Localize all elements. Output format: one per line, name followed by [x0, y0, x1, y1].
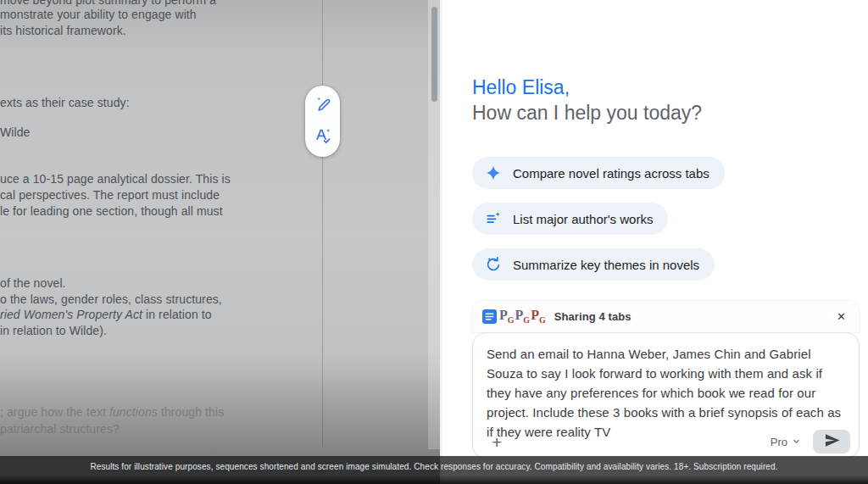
gutenberg-tab-favicon: PG	[499, 309, 515, 325]
chevron-down-icon	[792, 436, 801, 448]
document-line: uce a 10-15 page analytical dossier. Thi…	[0, 171, 231, 187]
document-line: o the laws, gender roles, class structur…	[0, 292, 222, 308]
model-selector[interactable]: Pro	[771, 436, 801, 448]
chip-label: Summarize key themes in novels	[513, 258, 699, 272]
prompt-text: Send an email to Hanna Weber, James Chin…	[487, 344, 845, 442]
disclaimer-bar: Results for illustrative purposes, seque…	[0, 456, 868, 484]
sharing-label: Sharing 4 tabs	[554, 310, 632, 323]
google-docs-favicon	[482, 309, 497, 324]
pencil-sparkle-icon	[314, 96, 331, 115]
list-sparkle-icon	[485, 210, 502, 227]
suggestion-chip[interactable]: List major author's works	[472, 203, 668, 235]
suggestion-chip[interactable]: Summarize key themes in novels	[472, 248, 715, 281]
document-line: exts as their case study:	[0, 95, 130, 111]
composer-right-tools: Pro	[771, 430, 850, 453]
model-label: Pro	[771, 436, 787, 448]
chip-label: Compare novel ratings across tabs	[513, 166, 709, 181]
document-line: Wilde	[0, 125, 31, 141]
sharing-tabs-bar[interactable]: PGPGPG Sharing 4 tabs ✕	[472, 301, 860, 332]
sparkle-icon	[485, 164, 502, 181]
gutenberg-tab-favicon: PG	[531, 309, 546, 325]
document-line: monstrate your ability to engage with	[0, 7, 197, 23]
document-canvas: move beyond plot summary to perform amon…	[0, 0, 440, 484]
add-attachment-button[interactable]: +	[485, 431, 509, 453]
proofread-a-check-icon	[314, 126, 332, 147]
composer-toolbar: + Pro	[485, 430, 850, 453]
page-divider	[322, 0, 323, 447]
close-icon[interactable]: ✕	[833, 309, 849, 325]
composer: PGPGPG Sharing 4 tabs ✕ Send an email to…	[472, 301, 860, 459]
send-button[interactable]	[813, 430, 850, 453]
greeting-name: Hello Elisa,	[472, 75, 868, 100]
greeting-question: How can I help you today?	[472, 100, 868, 125]
document-line: cal perspectives. The report must includ…	[0, 187, 220, 203]
document-line: in relation to Wilde).	[0, 323, 107, 339]
screen: move beyond plot summary to perform amon…	[0, 0, 868, 484]
shared-tab-favicons: PGPGPG	[482, 309, 546, 325]
suggestion-chip[interactable]: Compare novel ratings across tabs	[472, 157, 725, 189]
chip-label: List major author's works	[513, 212, 653, 226]
document-line: its historical framework.	[0, 23, 126, 39]
gutenberg-tab-favicon: PG	[515, 309, 531, 325]
docs-ai-toolbar	[305, 86, 340, 157]
send-icon	[823, 431, 841, 452]
document-line: le for leading one section, though all m…	[0, 203, 223, 220]
help-me-write-button[interactable]	[311, 93, 335, 117]
scrollbar-thumb[interactable]	[431, 7, 437, 102]
refresh-sparkle-icon	[485, 256, 502, 273]
suggestion-chips: Compare novel ratings across tabsList ma…	[472, 157, 868, 281]
document-line: patriarchal structures?	[0, 421, 120, 437]
proofread-button[interactable]	[311, 125, 335, 149]
document-line: ; argue how the text functions through t…	[0, 404, 224, 420]
disclaimer-text: Results for illustrative purposes, seque…	[90, 462, 777, 484]
document-line: of the novel.	[0, 275, 66, 292]
gemini-side-panel: Hello Elisa, How can I help you today? C…	[440, 0, 868, 484]
prompt-input[interactable]: Send an email to Hanna Weber, James Chin…	[472, 332, 860, 459]
document-line: ried Women's Property Act in relation to	[0, 307, 212, 323]
